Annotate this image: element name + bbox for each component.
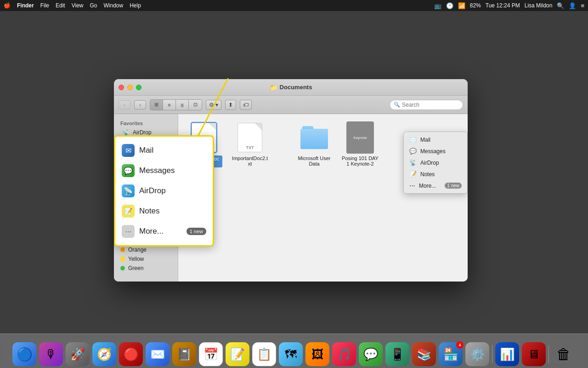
list-view-button[interactable]: ≡ [163,100,176,110]
file-area: TXT ImportantDoc1.txt TXT ImportantDoc2.… [178,114,468,282]
window-title: 📁 Documents [270,84,312,91]
messages-icon-small: 💬 [409,148,417,155]
mail-icon-small: ✉️ [409,136,417,143]
sysprefs-icon: ⚙️ [470,347,485,362]
apple-menu[interactable]: 🍎 [4,2,11,9]
share-mail-small[interactable]: ✉️ Mail [404,134,467,145]
file-name-2: ImportantDoc2.txt [232,155,268,167]
minimize-button[interactable] [127,85,133,90]
dock: 🔵 🎙 🚀 🧭 🔴 ✉️ 📓 📅 📝 📋 🗺 🖼 🎵 💬 📱 📚 [0,334,588,368]
dock-finder[interactable]: 🔵 [12,342,36,366]
share-button[interactable]: ⬆ [225,100,236,110]
file-icon-2: TXT [236,121,264,154]
search-box[interactable]: 🔍 [390,100,463,110]
maps-icon: 🗺 [285,347,297,362]
dock-maps[interactable]: 🗺 [279,342,303,366]
siri-icon: 🎙 [45,347,57,362]
search-icon: 🔍 [394,102,400,108]
favorites-label: Favorites [114,118,178,127]
screen-icon: 🖥 [528,347,540,362]
finder-icon: 🔵 [17,347,33,362]
share-airdrop-large[interactable]: 📡 AirDrop [115,181,213,201]
dock-appstore[interactable]: 🏪 4 [439,342,463,366]
forward-button[interactable]: › [134,100,146,109]
books-icon: 📚 [417,347,431,362]
tag-green[interactable]: Green [114,264,178,273]
time-machine-icon: 🕐 [446,2,453,9]
tag-orange-dot [120,247,125,252]
airdrop-icon-large: 📡 [122,184,135,197]
share-messages-large[interactable]: 💬 Messages [115,161,213,181]
outlook-icon: 📊 [500,347,514,362]
dock-outlook[interactable]: 📊 [495,342,519,366]
share-more-large[interactable]: ⋯ More... 1 new [115,221,213,242]
new-badge-small: 1 new [445,183,462,189]
menubar: 🍎 Finder File Edit View Go Window Help 📺… [0,0,588,11]
share-notes-small[interactable]: 📝 Notes [404,168,467,180]
menu-finder[interactable]: Finder [17,2,34,9]
back-button[interactable]: ‹ [119,100,130,109]
menu-help[interactable]: Help [130,2,141,9]
dock-photos[interactable]: 🖼 [305,342,329,366]
share-more-small[interactable]: ⋯ More... 1 new [404,180,467,191]
share-messages-small[interactable]: 💬 Messages [404,145,467,157]
dock-reminders[interactable]: 📋 [252,342,276,366]
menu-edit[interactable]: Edit [56,2,65,9]
more-icon-large: ⋯ [122,225,135,238]
tag-button[interactable]: 🏷 [240,100,252,110]
dock-music[interactable]: 🎵 [332,342,356,366]
safari-icon: 🧭 [97,347,112,362]
file-keynote[interactable]: Keynote Posing 101 DAY 1 Keynote-2 [342,121,379,167]
dock-separator-2 [548,345,549,363]
dock-calendar[interactable]: 📅 [199,342,223,366]
notification-icon[interactable]: ≡ [581,2,584,9]
maximize-button[interactable] [136,85,141,90]
sort-button[interactable]: ⚙ ▾ [206,100,221,110]
notefile-icon: 📓 [177,347,192,362]
toolbar: ‹ › ⊞ ≡ ⫼ ⊡ ⚙ ▾ ⬆ 🏷 🔍 [114,96,468,114]
dock-siri[interactable]: 🎙 [39,342,63,366]
menu-view[interactable]: View [72,2,84,9]
dock-mirror[interactable]: 📱 [385,342,409,366]
notes-icon-small: 📝 [409,171,417,178]
menu-window[interactable]: Window [104,2,124,9]
airdrop-icon: 📡 [122,129,130,136]
dock-screen[interactable]: 🖥 [522,342,546,366]
dock-trash[interactable]: 🗑 [552,342,576,366]
tag-orange[interactable]: Orange [114,245,178,254]
share-notes-large[interactable]: 📝 Notes [115,201,213,221]
dock-books[interactable]: 📚 [412,342,436,366]
music-icon: 🎵 [337,347,351,362]
new-badge-large: 1 new [187,228,206,235]
dock-mail[interactable]: ✉️ [146,342,170,366]
folder-icon: 📁 [270,84,277,91]
search-input[interactable] [402,102,459,108]
dock-notes-yellow[interactable]: 📓 [172,342,196,366]
trash-icon: 🗑 [556,346,571,363]
close-button[interactable] [119,85,124,90]
column-view-button[interactable]: ⫼ [176,100,189,110]
spotlight-icon[interactable]: 🔍 [557,2,564,9]
tag-yellow[interactable]: Yellow [114,254,178,264]
file-importantdoc2[interactable]: TXT ImportantDoc2.txt [232,121,268,167]
dock-launchpad[interactable]: 🚀 [66,342,90,366]
calendar-icon: 📅 [204,347,218,362]
menu-go[interactable]: Go [90,2,97,9]
share-mail-large[interactable]: ✉ Mail [115,140,213,161]
file-ms-user-data[interactable]: Microsoft User Data [296,121,333,167]
launchpad-icon: 🚀 [70,347,85,362]
dock-opera[interactable]: 🔴 [119,342,143,366]
tag-green-dot [120,266,125,270]
wifi-icon: 📶 [458,2,465,9]
gallery-view-button[interactable]: ⊡ [189,100,202,110]
user-icon[interactable]: 👤 [569,2,576,9]
dock-messages[interactable]: 💬 [359,342,383,366]
share-airdrop-small[interactable]: 📡 AirDrop [404,157,467,168]
menu-file[interactable]: File [40,2,49,9]
dock-notes[interactable]: 📝 [226,342,249,366]
dock-safari[interactable]: 🧭 [92,342,116,366]
txt-file-2: TXT [237,123,262,152]
icon-view-button[interactable]: ⊞ [150,100,163,110]
view-buttons: ⊞ ≡ ⫼ ⊡ [150,99,202,110]
dock-sysprefs[interactable]: ⚙️ [465,342,489,366]
